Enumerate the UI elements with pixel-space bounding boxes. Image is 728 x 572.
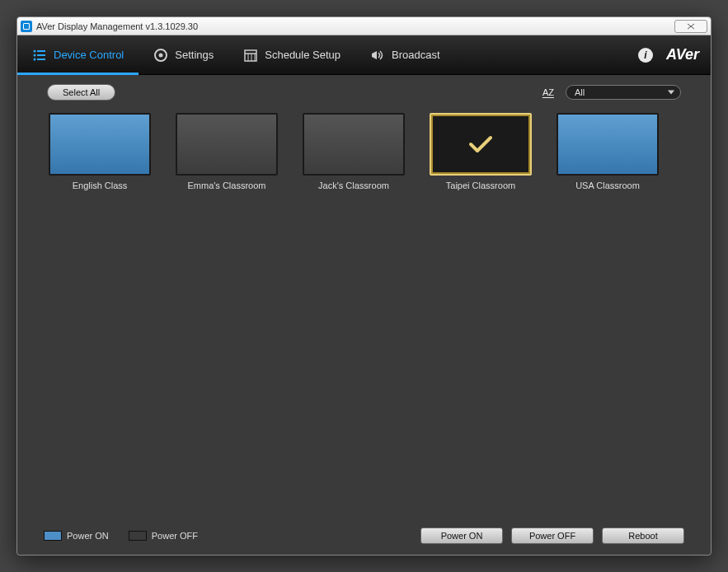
device-screen-icon bbox=[49, 113, 151, 176]
power-on-button[interactable]: Power ON bbox=[420, 527, 503, 544]
sort-button[interactable]: AZ bbox=[542, 87, 554, 97]
device-label: USA Classroom bbox=[575, 181, 640, 190]
tab-label: Settings bbox=[175, 49, 214, 61]
app-icon bbox=[21, 21, 32, 32]
swatch-off-icon bbox=[129, 531, 147, 541]
reboot-button[interactable]: Reboot bbox=[602, 527, 684, 544]
device-grid: English Class Emma's Classroom Jack's Cl… bbox=[17, 110, 711, 517]
info-button[interactable]: i bbox=[638, 48, 653, 63]
toolbar: Select All AZ All bbox=[17, 75, 711, 110]
megaphone-icon bbox=[370, 48, 385, 63]
device-label: Emma's Classroom bbox=[187, 181, 265, 190]
svg-rect-1 bbox=[37, 50, 45, 52]
svg-rect-3 bbox=[37, 54, 45, 56]
power-off-button[interactable]: Power OFF bbox=[511, 527, 594, 544]
svg-point-0 bbox=[34, 49, 36, 52]
calendar-icon bbox=[243, 48, 258, 63]
close-icon bbox=[686, 23, 696, 30]
close-button[interactable] bbox=[674, 20, 707, 33]
footer: Power ON Power OFF Power ON Power OFF Re… bbox=[17, 517, 711, 555]
device-item[interactable]: English Class bbox=[47, 113, 153, 513]
device-item[interactable]: Jack's Classroom bbox=[301, 113, 406, 513]
legend-power-off: Power OFF bbox=[129, 531, 198, 541]
gear-icon bbox=[153, 48, 168, 63]
device-screen-icon bbox=[557, 113, 659, 176]
device-label: Taipei Classroom bbox=[446, 181, 515, 190]
tab-label: Device Control bbox=[54, 49, 124, 61]
device-item[interactable]: USA Classroom bbox=[555, 113, 660, 513]
legend-label: Power OFF bbox=[152, 531, 198, 541]
app-window: AVer Display Management v1.3.1029.30 Dev… bbox=[16, 16, 712, 556]
titlebar: AVer Display Management v1.3.1029.30 bbox=[17, 17, 711, 35]
tab-settings[interactable]: Settings bbox=[139, 35, 228, 74]
navbar: Device Control Settings Schedule Setup B… bbox=[17, 35, 711, 75]
tab-label: Schedule Setup bbox=[265, 49, 341, 61]
list-icon bbox=[32, 48, 47, 63]
device-label: Jack's Classroom bbox=[318, 181, 389, 190]
svg-rect-5 bbox=[37, 59, 45, 60]
device-screen-icon bbox=[176, 113, 278, 176]
tab-label: Broadcast bbox=[392, 49, 440, 61]
device-item[interactable]: Emma's Classroom bbox=[174, 113, 279, 513]
filter-selected: All bbox=[566, 85, 681, 100]
device-screen-icon bbox=[430, 113, 532, 176]
swatch-on-icon bbox=[44, 531, 62, 541]
window-title: AVer Display Management v1.3.1029.30 bbox=[36, 21, 198, 31]
svg-point-7 bbox=[159, 53, 163, 57]
svg-point-4 bbox=[34, 58, 36, 60]
brand-logo: AVer bbox=[666, 46, 699, 63]
device-screen-icon bbox=[303, 113, 405, 176]
tab-broadcast[interactable]: Broadcast bbox=[355, 35, 455, 74]
legend-power-on: Power ON bbox=[44, 531, 109, 541]
select-all-button[interactable]: Select All bbox=[47, 84, 115, 101]
svg-point-2 bbox=[34, 54, 36, 56]
filter-dropdown[interactable]: All bbox=[566, 85, 681, 100]
check-icon bbox=[431, 115, 530, 174]
tab-device-control[interactable]: Device Control bbox=[17, 35, 139, 74]
legend-label: Power ON bbox=[67, 531, 109, 541]
device-label: English Class bbox=[73, 181, 128, 190]
tab-schedule[interactable]: Schedule Setup bbox=[228, 35, 355, 74]
device-item[interactable]: Taipei Classroom bbox=[428, 113, 533, 513]
